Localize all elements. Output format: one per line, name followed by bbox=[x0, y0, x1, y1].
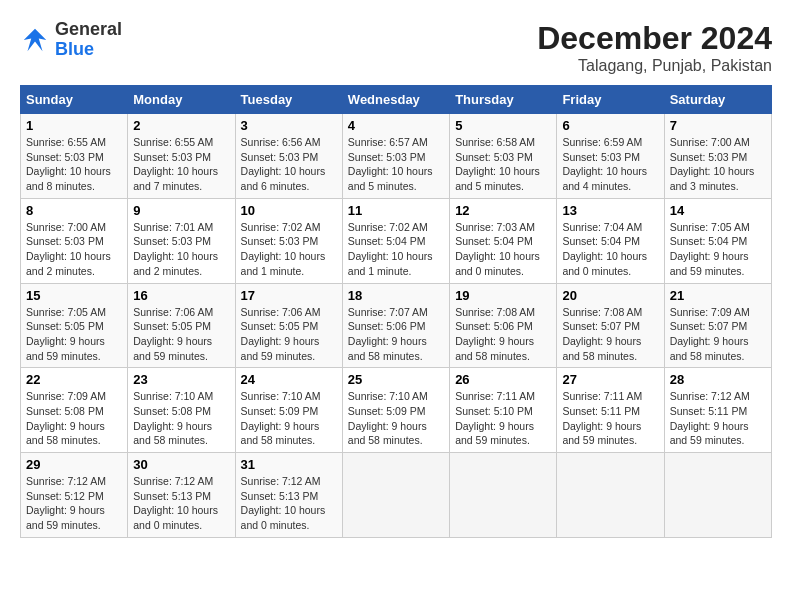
calendar-week-row: 29Sunrise: 7:12 AM Sunset: 5:12 PM Dayli… bbox=[21, 453, 772, 538]
day-number: 9 bbox=[133, 203, 229, 218]
day-info: Sunrise: 7:02 AM Sunset: 5:04 PM Dayligh… bbox=[348, 220, 444, 279]
calendar-cell: 3Sunrise: 6:56 AM Sunset: 5:03 PM Daylig… bbox=[235, 114, 342, 199]
calendar-cell: 31Sunrise: 7:12 AM Sunset: 5:13 PM Dayli… bbox=[235, 453, 342, 538]
day-number: 22 bbox=[26, 372, 122, 387]
calendar-cell: 16Sunrise: 7:06 AM Sunset: 5:05 PM Dayli… bbox=[128, 283, 235, 368]
day-number: 6 bbox=[562, 118, 658, 133]
day-number: 28 bbox=[670, 372, 766, 387]
day-number: 15 bbox=[26, 288, 122, 303]
day-number: 27 bbox=[562, 372, 658, 387]
day-info: Sunrise: 7:07 AM Sunset: 5:06 PM Dayligh… bbox=[348, 305, 444, 364]
day-info: Sunrise: 6:55 AM Sunset: 5:03 PM Dayligh… bbox=[26, 135, 122, 194]
day-number: 1 bbox=[26, 118, 122, 133]
calendar-cell: 5Sunrise: 6:58 AM Sunset: 5:03 PM Daylig… bbox=[450, 114, 557, 199]
day-info: Sunrise: 7:01 AM Sunset: 5:03 PM Dayligh… bbox=[133, 220, 229, 279]
header-wednesday: Wednesday bbox=[342, 86, 449, 114]
calendar-cell: 18Sunrise: 7:07 AM Sunset: 5:06 PM Dayli… bbox=[342, 283, 449, 368]
header-tuesday: Tuesday bbox=[235, 86, 342, 114]
calendar-cell: 7Sunrise: 7:00 AM Sunset: 5:03 PM Daylig… bbox=[664, 114, 771, 199]
day-info: Sunrise: 7:11 AM Sunset: 5:10 PM Dayligh… bbox=[455, 389, 551, 448]
day-info: Sunrise: 7:11 AM Sunset: 5:11 PM Dayligh… bbox=[562, 389, 658, 448]
day-number: 10 bbox=[241, 203, 337, 218]
calendar-cell: 20Sunrise: 7:08 AM Sunset: 5:07 PM Dayli… bbox=[557, 283, 664, 368]
calendar-cell: 26Sunrise: 7:11 AM Sunset: 5:10 PM Dayli… bbox=[450, 368, 557, 453]
day-info: Sunrise: 7:10 AM Sunset: 5:09 PM Dayligh… bbox=[348, 389, 444, 448]
calendar-cell: 14Sunrise: 7:05 AM Sunset: 5:04 PM Dayli… bbox=[664, 198, 771, 283]
header-thursday: Thursday bbox=[450, 86, 557, 114]
day-info: Sunrise: 7:12 AM Sunset: 5:13 PM Dayligh… bbox=[133, 474, 229, 533]
day-number: 21 bbox=[670, 288, 766, 303]
day-info: Sunrise: 7:03 AM Sunset: 5:04 PM Dayligh… bbox=[455, 220, 551, 279]
calendar-cell bbox=[450, 453, 557, 538]
header-monday: Monday bbox=[128, 86, 235, 114]
title-section: December 2024 Talagang, Punjab, Pakistan bbox=[537, 20, 772, 75]
header-sunday: Sunday bbox=[21, 86, 128, 114]
calendar-cell: 9Sunrise: 7:01 AM Sunset: 5:03 PM Daylig… bbox=[128, 198, 235, 283]
day-number: 31 bbox=[241, 457, 337, 472]
day-number: 2 bbox=[133, 118, 229, 133]
calendar-cell: 21Sunrise: 7:09 AM Sunset: 5:07 PM Dayli… bbox=[664, 283, 771, 368]
calendar-title: December 2024 bbox=[537, 20, 772, 57]
day-number: 19 bbox=[455, 288, 551, 303]
svg-marker-0 bbox=[24, 29, 47, 52]
day-info: Sunrise: 7:05 AM Sunset: 5:05 PM Dayligh… bbox=[26, 305, 122, 364]
calendar-cell: 29Sunrise: 7:12 AM Sunset: 5:12 PM Dayli… bbox=[21, 453, 128, 538]
day-info: Sunrise: 7:12 AM Sunset: 5:11 PM Dayligh… bbox=[670, 389, 766, 448]
calendar-cell: 13Sunrise: 7:04 AM Sunset: 5:04 PM Dayli… bbox=[557, 198, 664, 283]
day-number: 4 bbox=[348, 118, 444, 133]
day-number: 11 bbox=[348, 203, 444, 218]
day-number: 20 bbox=[562, 288, 658, 303]
calendar-cell: 12Sunrise: 7:03 AM Sunset: 5:04 PM Dayli… bbox=[450, 198, 557, 283]
calendar-cell: 22Sunrise: 7:09 AM Sunset: 5:08 PM Dayli… bbox=[21, 368, 128, 453]
day-info: Sunrise: 7:09 AM Sunset: 5:08 PM Dayligh… bbox=[26, 389, 122, 448]
day-number: 26 bbox=[455, 372, 551, 387]
day-info: Sunrise: 6:59 AM Sunset: 5:03 PM Dayligh… bbox=[562, 135, 658, 194]
logo-text: General Blue bbox=[55, 20, 122, 60]
day-number: 16 bbox=[133, 288, 229, 303]
day-info: Sunrise: 6:57 AM Sunset: 5:03 PM Dayligh… bbox=[348, 135, 444, 194]
day-info: Sunrise: 7:00 AM Sunset: 5:03 PM Dayligh… bbox=[670, 135, 766, 194]
calendar-cell: 25Sunrise: 7:10 AM Sunset: 5:09 PM Dayli… bbox=[342, 368, 449, 453]
calendar-cell: 27Sunrise: 7:11 AM Sunset: 5:11 PM Dayli… bbox=[557, 368, 664, 453]
calendar-cell bbox=[557, 453, 664, 538]
calendar-cell: 1Sunrise: 6:55 AM Sunset: 5:03 PM Daylig… bbox=[21, 114, 128, 199]
calendar-header-row: Sunday Monday Tuesday Wednesday Thursday… bbox=[21, 86, 772, 114]
day-number: 7 bbox=[670, 118, 766, 133]
day-info: Sunrise: 7:12 AM Sunset: 5:12 PM Dayligh… bbox=[26, 474, 122, 533]
day-number: 24 bbox=[241, 372, 337, 387]
calendar-cell: 11Sunrise: 7:02 AM Sunset: 5:04 PM Dayli… bbox=[342, 198, 449, 283]
calendar-cell: 23Sunrise: 7:10 AM Sunset: 5:08 PM Dayli… bbox=[128, 368, 235, 453]
day-info: Sunrise: 7:06 AM Sunset: 5:05 PM Dayligh… bbox=[133, 305, 229, 364]
calendar-week-row: 22Sunrise: 7:09 AM Sunset: 5:08 PM Dayli… bbox=[21, 368, 772, 453]
day-number: 8 bbox=[26, 203, 122, 218]
calendar-week-row: 1Sunrise: 6:55 AM Sunset: 5:03 PM Daylig… bbox=[21, 114, 772, 199]
calendar-cell bbox=[342, 453, 449, 538]
day-number: 29 bbox=[26, 457, 122, 472]
day-number: 23 bbox=[133, 372, 229, 387]
day-number: 13 bbox=[562, 203, 658, 218]
calendar-cell: 30Sunrise: 7:12 AM Sunset: 5:13 PM Dayli… bbox=[128, 453, 235, 538]
day-info: Sunrise: 7:05 AM Sunset: 5:04 PM Dayligh… bbox=[670, 220, 766, 279]
day-info: Sunrise: 7:10 AM Sunset: 5:09 PM Dayligh… bbox=[241, 389, 337, 448]
day-number: 30 bbox=[133, 457, 229, 472]
calendar-subtitle: Talagang, Punjab, Pakistan bbox=[537, 57, 772, 75]
day-info: Sunrise: 7:12 AM Sunset: 5:13 PM Dayligh… bbox=[241, 474, 337, 533]
calendar-cell: 19Sunrise: 7:08 AM Sunset: 5:06 PM Dayli… bbox=[450, 283, 557, 368]
logo: General Blue bbox=[20, 20, 122, 60]
day-number: 14 bbox=[670, 203, 766, 218]
calendar-cell: 8Sunrise: 7:00 AM Sunset: 5:03 PM Daylig… bbox=[21, 198, 128, 283]
header-saturday: Saturday bbox=[664, 86, 771, 114]
calendar-cell: 28Sunrise: 7:12 AM Sunset: 5:11 PM Dayli… bbox=[664, 368, 771, 453]
calendar-cell: 2Sunrise: 6:55 AM Sunset: 5:03 PM Daylig… bbox=[128, 114, 235, 199]
day-info: Sunrise: 7:04 AM Sunset: 5:04 PM Dayligh… bbox=[562, 220, 658, 279]
calendar-cell: 10Sunrise: 7:02 AM Sunset: 5:03 PM Dayli… bbox=[235, 198, 342, 283]
calendar-week-row: 8Sunrise: 7:00 AM Sunset: 5:03 PM Daylig… bbox=[21, 198, 772, 283]
header-friday: Friday bbox=[557, 86, 664, 114]
day-info: Sunrise: 6:55 AM Sunset: 5:03 PM Dayligh… bbox=[133, 135, 229, 194]
day-number: 18 bbox=[348, 288, 444, 303]
calendar-cell bbox=[664, 453, 771, 538]
logo-icon bbox=[20, 25, 50, 55]
day-info: Sunrise: 7:09 AM Sunset: 5:07 PM Dayligh… bbox=[670, 305, 766, 364]
calendar-cell: 24Sunrise: 7:10 AM Sunset: 5:09 PM Dayli… bbox=[235, 368, 342, 453]
calendar-week-row: 15Sunrise: 7:05 AM Sunset: 5:05 PM Dayli… bbox=[21, 283, 772, 368]
